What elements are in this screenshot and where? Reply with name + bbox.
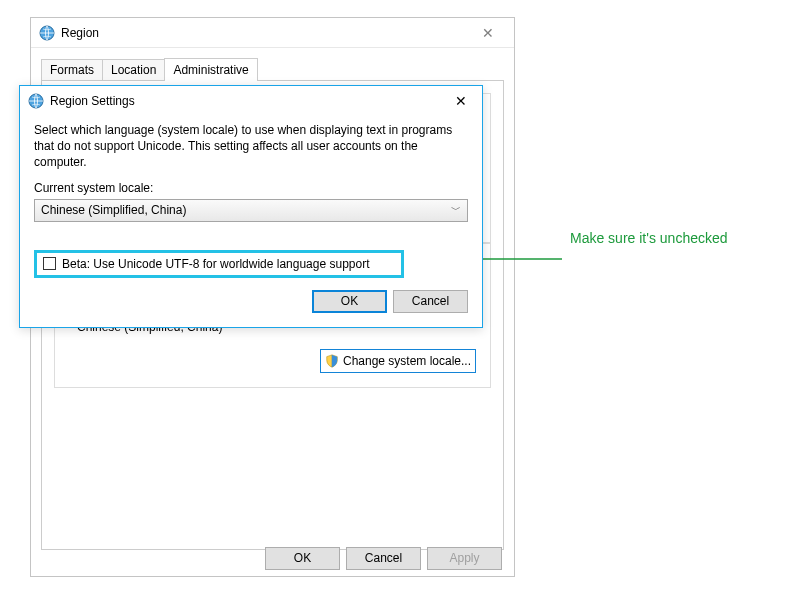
beta-utf8-checkbox[interactable]: [43, 257, 56, 270]
globe-icon: [28, 93, 44, 109]
region-apply-button[interactable]: Apply: [427, 547, 502, 570]
beta-utf8-highlight: Beta: Use Unicode UTF-8 for worldwide la…: [34, 250, 404, 278]
change-system-locale-button[interactable]: Change system locale...: [320, 349, 476, 373]
region-settings-ok-button[interactable]: OK: [312, 290, 387, 313]
region-settings-description: Select which language (system locale) to…: [34, 122, 468, 171]
annotation-text: Make sure it's unchecked: [570, 230, 728, 246]
region-settings-close-button[interactable]: ✕: [444, 90, 478, 112]
region-settings-titlebar: Region Settings ✕: [20, 86, 482, 116]
chevron-down-icon: ﹀: [451, 203, 461, 217]
change-system-locale-label: Change system locale...: [343, 354, 471, 368]
region-window-title: Region: [61, 26, 468, 40]
beta-utf8-label: Beta: Use Unicode UTF-8 for worldwide la…: [62, 257, 370, 271]
system-locale-select[interactable]: Chinese (Simplified, China) ﹀: [34, 199, 468, 222]
region-settings-cancel-button[interactable]: Cancel: [393, 290, 468, 313]
shield-icon: [325, 354, 339, 368]
globe-icon: [39, 25, 55, 41]
region-button-row: OK Cancel Apply: [43, 540, 502, 576]
region-settings-title: Region Settings: [50, 94, 444, 108]
region-settings-button-row: OK Cancel: [34, 290, 468, 313]
tab-location[interactable]: Location: [102, 59, 165, 80]
current-locale-label: Current system locale:: [34, 181, 468, 195]
tab-administrative[interactable]: Administrative: [164, 58, 257, 81]
system-locale-value: Chinese (Simplified, China): [41, 203, 186, 217]
region-settings-dialog: Region Settings ✕ Select which language …: [19, 85, 483, 328]
region-close-button[interactable]: ✕: [468, 25, 508, 41]
region-cancel-button[interactable]: Cancel: [346, 547, 421, 570]
tab-formats[interactable]: Formats: [41, 59, 103, 80]
region-tabs: Formats Location Administrative: [41, 58, 504, 80]
region-titlebar: Region ✕: [31, 18, 514, 48]
region-ok-button[interactable]: OK: [265, 547, 340, 570]
